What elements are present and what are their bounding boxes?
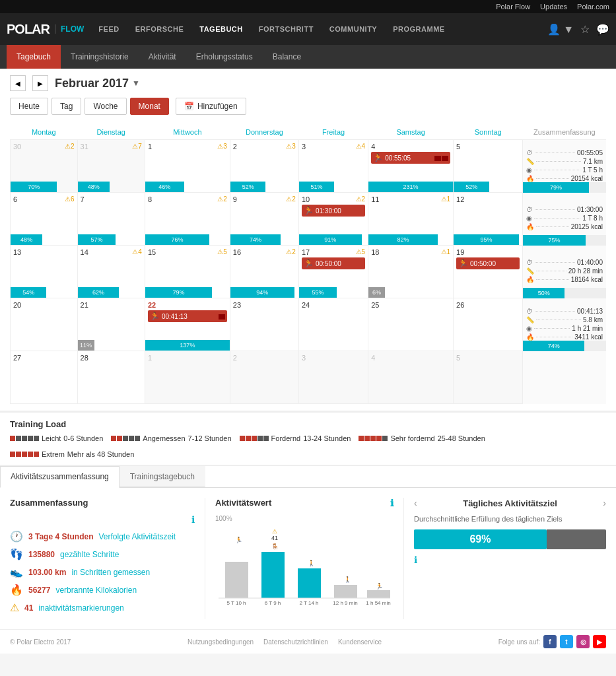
calendar-day-w3-d3[interactable]: 23 (230, 298, 298, 351)
calendar-day-w3-d1[interactable]: 2111% (77, 298, 145, 351)
load-leicht: Leicht 0-6 Stunden (10, 434, 103, 442)
calendar-day-w2-d1[interactable]: 14⚠462% (77, 246, 145, 298)
stat-activity-time: 🕐 3 Tage 4 Stunden Verfolgte Aktivitätsz… (10, 530, 195, 543)
add-button[interactable]: 📅 Hinzufügen (176, 98, 246, 115)
footer-social: Folge uns auf: f t ◎ ▶ (498, 635, 606, 648)
instagram-icon[interactable]: ◎ (576, 635, 590, 648)
nav-fortschritt[interactable]: FORTSCHRITT (251, 13, 322, 45)
calendar-day-w0-d6[interactable]: 552% (454, 140, 523, 193)
goal-prev-button[interactable]: ‹ (414, 498, 417, 508)
calendar-day-w3-d4[interactable]: 24 (298, 298, 368, 351)
calendar-day-w1-d4[interactable]: 10⚠2🏃01:30:0091% (298, 193, 368, 246)
stat-value-inactivity: 41 (24, 603, 33, 613)
goal-percent-text: 69% (469, 533, 491, 545)
user-icon[interactable]: 👤 ▼ (547, 23, 574, 36)
activity-block[interactable]: 🏃00:50:00 (302, 257, 365, 269)
calendar-day-w4-d4[interactable]: 3 (298, 351, 368, 404)
datenschutz-link[interactable]: Datenschutzrichtlinien (263, 638, 328, 646)
calendar-day-w1-d3[interactable]: 9⚠274% (230, 193, 298, 246)
calendar-day-w3-d6[interactable]: 26 (454, 298, 523, 351)
tab-aktivitat-zusammenfassung[interactable]: Aktivitätszusammenfassung (0, 466, 120, 488)
day-progress-text: 82% (397, 236, 409, 243)
tab-trainingstagebuch[interactable]: Trainingstagebuch (120, 466, 205, 487)
goal-info-icon[interactable]: ℹ (414, 555, 417, 565)
twitter-icon[interactable]: t (560, 635, 573, 648)
calendar-day-w0-d3[interactable]: 2⚠352% (230, 140, 298, 193)
nav-feed[interactable]: FEED (90, 13, 127, 45)
inactivity-marker: ⚠5 (356, 248, 366, 256)
summary-info-icon[interactable]: ℹ (191, 514, 195, 525)
prev-month-button[interactable]: ◀ (10, 75, 26, 91)
calendar-day-w4-d0[interactable]: 27 (11, 351, 78, 404)
star-icon[interactable]: ☆ (580, 23, 590, 36)
polar-com-link[interactable]: Polar.com (577, 3, 609, 11)
nav-erforsche[interactable]: ERFORSCHE (127, 13, 192, 45)
calendar-day-w2-d4[interactable]: 17⚠5🏃00:50:0055% (298, 246, 368, 298)
calendar-day-w1-d2[interactable]: 8⚠276% (145, 193, 230, 246)
summary-progress-wrapper: 79% (523, 182, 606, 193)
day-progress-bar: 55% (299, 287, 337, 298)
activity-block[interactable]: 🏃00:41:13 (148, 310, 227, 322)
calendar-day-w4-d3[interactable]: 2 (230, 351, 298, 404)
calendar-day-w2-d2[interactable]: 15⚠579% (145, 246, 230, 298)
calendar-day-w1-d5[interactable]: 11⚠182% (368, 193, 454, 246)
activity-block[interactable]: 🏃00:55:05 (371, 152, 450, 164)
kundenservice-link[interactable]: Kundenservice (338, 638, 382, 646)
calendar-day-w1-d0[interactable]: 6⚠648% (11, 193, 78, 246)
woche-button[interactable]: Woche (85, 98, 126, 115)
summary-progress-wrapper: 50% (523, 288, 606, 298)
heute-button[interactable]: Heute (10, 98, 48, 115)
calendar-day-w3-d5[interactable]: 25 (368, 298, 454, 351)
calendar-day-w4-d5[interactable]: 4 (368, 351, 454, 404)
nutzungsbedingungen-link[interactable]: Nutzungsbedingungen (188, 638, 254, 646)
summary-col-w4 (523, 351, 606, 404)
nav-community[interactable]: COMMUNITY (322, 13, 385, 45)
calendar-day-w0-d4[interactable]: 3⚠451% (298, 140, 368, 193)
polar-flow-link[interactable]: Polar Flow (496, 3, 530, 11)
sub-nav-tagebuch[interactable]: Tagebuch (7, 45, 61, 69)
activity-block[interactable]: 🏃00:50:00 (456, 257, 520, 269)
day-progress-text: 91% (324, 236, 336, 243)
goal-next-button[interactable]: › (603, 498, 606, 508)
tag-button[interactable]: Tag (51, 98, 81, 115)
facebook-icon[interactable]: f (543, 635, 557, 648)
svg-text:2 T 14 h: 2 T 14 h (299, 600, 318, 605)
calendar-day-w4-d2[interactable]: 1 (145, 351, 230, 404)
sub-nav-erholungsstatus[interactable]: Erholungsstatus (186, 45, 263, 69)
calendar-day-w3-d0[interactable]: 20 (11, 298, 78, 351)
calendar-day-w1-d1[interactable]: 757% (77, 193, 145, 246)
message-icon[interactable]: 💬 (596, 23, 609, 36)
calendar-day-w4-d1[interactable]: 28 (77, 351, 145, 404)
activity-chart-panel: Aktivitätswert ℹ 100% 🏃 ⚠ 41 🪑 (205, 498, 404, 619)
sub-nav-balance[interactable]: Balance (263, 45, 311, 69)
calendar-day-w3-d2[interactable]: 22🏃00:41:13137% (145, 298, 230, 351)
youtube-icon[interactable]: ▶ (593, 635, 606, 648)
calendar-day-w0-d2[interactable]: 1⚠346% (145, 140, 230, 193)
sub-nav-aktivitat[interactable]: Aktivität (139, 45, 186, 69)
day-progress-wrapper: 51% (299, 182, 368, 192)
nav-programme[interactable]: PROGRAMME (385, 13, 452, 45)
calendar-day-w2-d0[interactable]: 1354% (11, 246, 78, 298)
calendar-day-w2-d5[interactable]: 18⚠16% (368, 246, 454, 298)
calendar-day-w1-d6[interactable]: 1295% (454, 193, 523, 246)
monat-button[interactable]: Monat (130, 98, 169, 115)
stat-steps: 👣 135880 gezählte Schritte (10, 548, 195, 560)
nav-tagebuch[interactable]: TAGEBUCH (191, 13, 251, 45)
sub-nav-trainingshistorie[interactable]: Trainingshistorie (61, 45, 139, 69)
activity-block[interactable]: 🏃01:30:00 (302, 205, 365, 217)
stat-label-time: Verfolgte Aktivitätszeit (98, 532, 176, 541)
inactivity-marker: ⚠2 (217, 195, 227, 203)
chart-info-icon[interactable]: ℹ (390, 498, 394, 508)
month-title[interactable]: Februar 2017 ▼ (55, 77, 140, 90)
calendar-day-w0-d0[interactable]: 30⚠270% (11, 140, 78, 193)
next-month-button[interactable]: ▶ (32, 75, 48, 91)
calendar-day-w2-d3[interactable]: 16⚠294% (230, 246, 298, 298)
calendar-day-w0-d1[interactable]: 31⚠748% (77, 140, 145, 193)
updates-link[interactable]: Updates (540, 3, 567, 11)
chart-percent-label: 100% (215, 515, 394, 522)
calendar-day-w0-d5[interactable]: 4🏃00:55:05231% (368, 140, 454, 193)
block1 (10, 452, 15, 457)
summary-col-w2: ⏱01:40:00📏20 h 28 min🔥18164 kcal50% (523, 246, 606, 298)
calendar-day-w4-d6[interactable]: 5 (454, 351, 523, 404)
calendar-day-w2-d6[interactable]: 19🏃00:50:00 (454, 246, 523, 298)
